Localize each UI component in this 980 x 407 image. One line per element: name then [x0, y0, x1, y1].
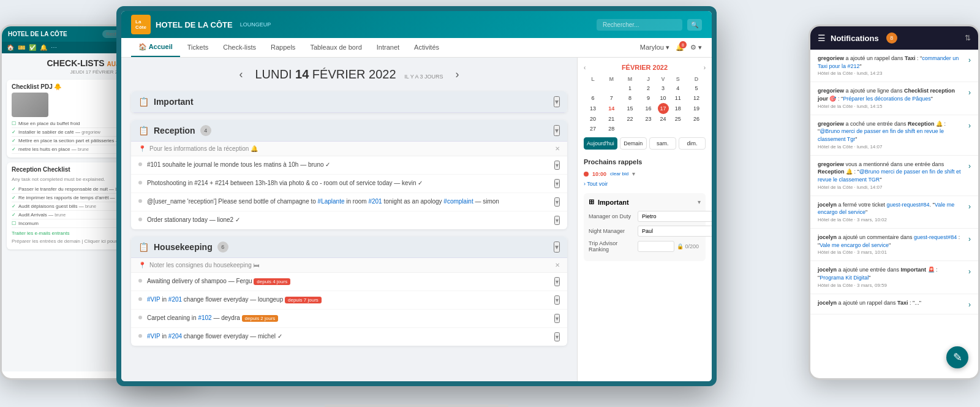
cal-cell[interactable]: 10 [658, 93, 669, 103]
mobile-task-1-text: Mise en place du buffet froid [18, 121, 80, 126]
cal-cell[interactable]: 1 [620, 83, 639, 93]
important-input-manager[interactable] [638, 211, 712, 222]
nav-item-accueil[interactable]: 🏠 Accueil [131, 38, 180, 57]
section-important-toggle[interactable]: ▾ [554, 96, 560, 107]
notif-item-6[interactable]: jocelyn a ajouté un commentaire dans gue… [810, 229, 978, 261]
notif-item-1[interactable]: gregoriew a ajouté un rappel dans Taxi :… [810, 50, 978, 82]
notif-item-2-arrow: › [968, 88, 971, 97]
cal-cell-today[interactable]: 14 [602, 103, 620, 114]
date-prev-button[interactable]: ‹ [239, 68, 243, 81]
date-next-button[interactable]: › [456, 68, 459, 81]
cal-btn-sat[interactable]: sam. [649, 137, 676, 150]
nav-user[interactable]: Marylou ▾ [640, 44, 669, 51]
housekeeping-task-3-more[interactable]: ▾ [554, 314, 560, 323]
cal-cell[interactable]: 13 [584, 103, 602, 114]
nav-item-checklists[interactable]: Check-lists [216, 39, 263, 57]
cal-btn-today[interactable]: Aujourd'hui [584, 137, 617, 150]
cal-cell[interactable] [639, 124, 657, 134]
reception-task-2-more[interactable]: ▾ [554, 179, 560, 188]
housekeeping-task-2-more[interactable]: ▾ [554, 295, 560, 305]
cal-btn-tomorrow[interactable]: Demain [620, 137, 647, 150]
rappel-clear-1[interactable]: clear bid [610, 171, 628, 177]
notif-item-4[interactable]: gregoriew vous a mentionné dans une entr… [810, 156, 978, 196]
rappels-more-link[interactable]: › Tout voir [584, 181, 706, 187]
notif-item-8[interactable]: jocelyn a ajouté un rappel dans Taxi : "… [810, 294, 978, 314]
notif-item-3[interactable]: gregoriew a coché une entrée dans Recept… [810, 115, 978, 156]
nav-item-rappels[interactable]: Rappels [263, 39, 303, 57]
important-input-night[interactable] [638, 226, 712, 237]
notif-item-7-text: jocelyn a ajouté une entrée dans Importa… [818, 266, 965, 288]
cal-cell[interactable]: 26 [687, 114, 706, 124]
mobile-nav-icon-checklist: ✅ [29, 44, 36, 51]
cal-cell[interactable]: 28 [602, 124, 620, 134]
cal-cell[interactable]: 22 [620, 114, 639, 124]
nav-item-tickets[interactable]: Tickets [180, 39, 216, 57]
reception-task-1-more[interactable]: ▾ [554, 161, 560, 170]
notif-menu-icon[interactable]: ☰ [818, 33, 826, 43]
cal-cell[interactable]: 6 [584, 93, 602, 103]
important-trip-input[interactable] [638, 241, 674, 252]
calendar-next[interactable]: › [704, 64, 706, 71]
notif-item-2[interactable]: gregoriew a ajouté une ligne dans Checkl… [810, 82, 978, 115]
cal-day-d: D [687, 75, 706, 83]
cal-cell[interactable]: 8 [620, 93, 639, 103]
important-trip-row: 🔒 0/200 [638, 241, 699, 252]
cal-cell[interactable]: 9 [639, 93, 657, 103]
notif-fab-button[interactable]: ✎ [946, 346, 968, 368]
cal-cell-highlighted[interactable]: 17 [658, 103, 669, 114]
cal-cell[interactable]: 27 [584, 124, 602, 134]
cal-cell[interactable]: 5 [687, 83, 706, 93]
section-reception-toggle[interactable]: ▾ [554, 125, 560, 136]
app-search-input[interactable] [597, 19, 682, 31]
notif-item-7[interactable]: jocelyn a ajouté une entrée dans Importa… [810, 261, 978, 294]
cal-cell[interactable] [620, 124, 639, 134]
cal-cell[interactable]: 11 [669, 93, 687, 103]
nav-item-activites[interactable]: Activités [407, 39, 447, 57]
mobile-hotel-name: HOTEL DE LA CÔTE [8, 31, 67, 37]
rappel-more-btn-1[interactable]: ▾ [632, 170, 635, 177]
cal-btn-sun[interactable]: dim. [679, 137, 706, 150]
notif-item-2-text: gregoriew a ajouté une ligne dans Checkl… [818, 87, 965, 109]
cal-cell[interactable]: 7 [602, 93, 620, 103]
cal-cell[interactable]: 25 [669, 114, 687, 124]
section-reception-icon: 📋 [138, 126, 149, 135]
important-card-toggle[interactable]: ▾ [698, 199, 701, 205]
cal-cell[interactable]: 19 [687, 103, 706, 114]
cal-cell[interactable] [687, 124, 706, 134]
cal-cell[interactable]: 16 [639, 103, 657, 114]
cal-cell[interactable]: 21 [602, 114, 620, 124]
section-important-title: Important [154, 97, 194, 107]
section-housekeeping-toggle[interactable]: ▾ [554, 242, 560, 253]
housekeeping-task-1-more[interactable]: ▾ [554, 277, 560, 286]
cal-cell[interactable] [602, 83, 620, 93]
app-search-button[interactable]: 🔍 [687, 19, 702, 31]
calendar-prev[interactable]: ‹ [584, 64, 586, 71]
cal-cell[interactable] [669, 124, 687, 134]
housekeeping-task-4-more[interactable]: ▾ [554, 332, 560, 341]
nav-item-intranet[interactable]: Intranet [369, 39, 407, 57]
cal-cell[interactable] [584, 83, 602, 93]
housekeeping-task-4-dot [138, 334, 142, 338]
nav-bell[interactable]: 🔔 8 [676, 44, 684, 51]
section-housekeeping-note-close[interactable]: ✕ [555, 262, 560, 268]
cal-cell[interactable]: 23 [639, 114, 657, 124]
nav-item-tableaux[interactable]: Tableaux de bord [303, 39, 369, 57]
reception-task-4-more[interactable]: ▾ [554, 216, 560, 225]
cal-cell[interactable]: 20 [584, 114, 602, 124]
cal-cell[interactable]: 15 [620, 103, 639, 114]
nav-gear[interactable]: ⚙ ▾ [690, 44, 702, 51]
section-reception-note-close[interactable]: ✕ [555, 145, 560, 152]
cal-cell[interactable]: 12 [687, 93, 706, 103]
cal-cell[interactable]: 24 [658, 114, 669, 124]
cal-cell[interactable]: 3 [658, 83, 669, 93]
reception-task-3-more[interactable]: ▾ [554, 197, 560, 207]
cal-cell[interactable]: 4 [669, 83, 687, 93]
cal-cell[interactable]: 2 [639, 83, 657, 93]
notif-item-5[interactable]: jocelyn a fermé votre ticket guest-reque… [810, 196, 978, 229]
notif-filter-icon[interactable]: ⇅ [965, 34, 971, 42]
important-card-icon: ⊞ [589, 198, 594, 206]
cal-cell[interactable]: 18 [669, 103, 687, 114]
cal-cell[interactable] [658, 124, 669, 134]
mobile-nav-icon-bell: 🔔 [40, 44, 47, 51]
reception-task-4: Order stationary today — lione2 ✓ ▾ [131, 211, 567, 229]
